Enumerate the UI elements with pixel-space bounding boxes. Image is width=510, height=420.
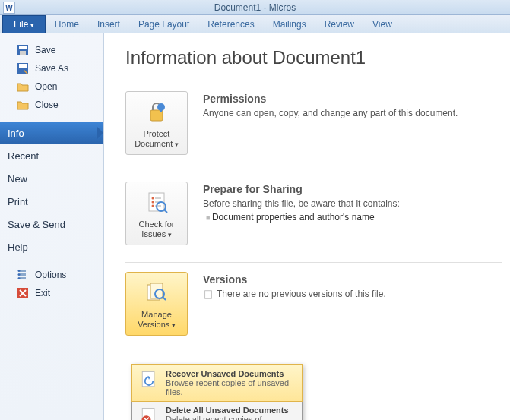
sidebar-label: Help (8, 242, 28, 253)
svg-point-17 (152, 201, 154, 204)
tab-references[interactable]: References (198, 16, 263, 33)
section-title: Prepare for Sharing (203, 183, 502, 195)
sidebar-label: Close (35, 99, 59, 110)
sidebar-label: Recent (8, 150, 39, 162)
save-icon (17, 44, 29, 56)
svg-line-27 (163, 297, 166, 300)
sidebar-print[interactable]: Print (0, 190, 103, 213)
page-title: Information about Document1 (125, 47, 502, 68)
svg-rect-5 (20, 270, 26, 272)
protect-document-button[interactable]: ProtectDocument (125, 91, 188, 155)
lock-icon (144, 99, 169, 124)
tab-home[interactable]: Home (46, 16, 88, 33)
options-icon (17, 269, 29, 281)
tab-page-layout[interactable]: Page Layout (129, 16, 198, 33)
sidebar-info[interactable]: Info (0, 122, 103, 144)
sidebar-close[interactable]: Close (0, 96, 103, 114)
sidebar-label: Save (35, 45, 55, 55)
section-desc: There are no previous versions of this f… (203, 289, 502, 300)
tab-insert[interactable]: Insert (88, 16, 129, 33)
svg-point-10 (18, 277, 21, 279)
sidebar-label: Exit (35, 288, 50, 298)
button-label-line1: Check for (138, 219, 174, 229)
svg-point-16 (152, 197, 154, 200)
section-prepare: Check forIssues Prepare for Sharing Befo… (125, 172, 502, 262)
save-as-icon (17, 62, 29, 74)
button-label-line2: Issues (141, 229, 171, 238)
menu-delete-unsaved[interactable]: Delete All Unsaved Documents Delete all … (132, 401, 302, 420)
button-label-line1: Protect (144, 129, 170, 138)
delete-icon (138, 406, 160, 420)
sidebar-exit[interactable]: Exit (0, 284, 103, 302)
sidebar-save-as[interactable]: Save As (0, 59, 103, 77)
section-title: Versions (203, 273, 502, 286)
button-label-line2: Versions (138, 320, 176, 329)
sidebar-save-send[interactable]: Save & Send (0, 213, 103, 235)
tab-view[interactable]: View (363, 16, 401, 33)
sidebar-label: New (8, 173, 27, 185)
svg-point-8 (18, 270, 21, 272)
window-titlebar: W Document1 - Micros (0, 0, 510, 15)
section-title: Permissions (203, 93, 502, 105)
section-versions: ManageVersions Versions There are no pre… (125, 262, 502, 352)
sidebar-label: Print (8, 196, 28, 207)
document-icon (203, 289, 214, 300)
sidebar-label: Open (35, 81, 57, 92)
sidebar-options[interactable]: Options (0, 266, 103, 284)
app-icon-letter: W (5, 4, 12, 12)
svg-rect-12 (150, 110, 163, 121)
manage-versions-button[interactable]: ManageVersions (125, 272, 188, 336)
menu-desc: Browse recent copies of unsaved files. (166, 378, 296, 396)
open-icon (17, 81, 29, 93)
window-title: Document1 - Micros (214, 2, 296, 13)
sidebar-save[interactable]: Save (0, 41, 103, 59)
svg-rect-7 (20, 277, 26, 279)
section-desc: Anyone can open, copy, and change any pa… (203, 108, 502, 118)
svg-rect-28 (205, 291, 212, 299)
manage-versions-dropdown: Recover Unsaved Documents Browse recent … (131, 364, 303, 420)
app-icon: W (3, 2, 15, 14)
sidebar-label: Options (35, 270, 66, 280)
menu-recover-unsaved[interactable]: Recover Unsaved Documents Browse recent … (131, 364, 303, 402)
versions-icon (144, 280, 169, 305)
versions-text: There are no previous versions of this f… (217, 289, 386, 299)
sidebar-new[interactable]: New (0, 167, 103, 190)
sidebar-label: Save & Send (8, 219, 65, 230)
tab-review[interactable]: Review (315, 16, 363, 33)
close-icon (17, 99, 29, 111)
svg-rect-2 (20, 51, 26, 55)
svg-rect-6 (20, 273, 26, 276)
sidebar-help[interactable]: Help (0, 235, 103, 258)
sidebar-label: Save As (35, 63, 68, 74)
checklist-icon (144, 190, 169, 214)
ribbon-tabs: File Home Insert Page Layout References … (0, 15, 510, 33)
prepare-bullet: Document properties and author's name (206, 212, 502, 223)
menu-title: Delete All Unsaved Documents (166, 406, 296, 415)
sidebar-recent[interactable]: Recent (0, 144, 103, 167)
exit-icon (17, 287, 29, 299)
section-permissions: ProtectDocument Permissions Anyone can o… (125, 82, 502, 172)
button-label-line1: Manage (141, 310, 172, 319)
svg-point-18 (152, 205, 154, 207)
svg-line-23 (164, 210, 167, 213)
menu-title: Recover Unsaved Documents (166, 369, 296, 378)
menu-desc: Delete all recent copies of unsaved file… (166, 415, 296, 420)
svg-rect-29 (142, 372, 154, 387)
button-label-line2: Document (135, 139, 179, 148)
svg-point-9 (18, 273, 21, 276)
tab-mailings[interactable]: Mailings (264, 16, 315, 33)
check-issues-button[interactable]: Check forIssues (125, 182, 188, 245)
sidebar-open[interactable]: Open (0, 77, 103, 96)
svg-rect-4 (19, 64, 27, 68)
sidebar-label: Info (8, 128, 24, 139)
section-desc: Before sharing this file, be aware that … (203, 198, 502, 209)
recover-icon (138, 369, 160, 390)
svg-rect-1 (19, 46, 27, 49)
backstage-sidebar: Save Save As Open Close Info Recent New … (0, 33, 104, 420)
info-panel: Information about Document1 ProtectDocum… (104, 33, 510, 420)
svg-rect-14 (160, 107, 162, 112)
tab-file[interactable]: File (2, 15, 46, 33)
